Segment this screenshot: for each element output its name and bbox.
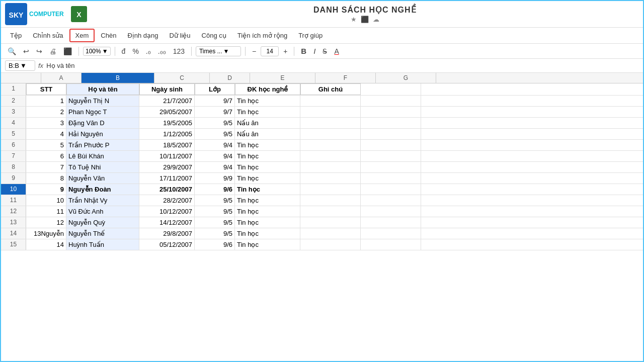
undo-btn[interactable]: ↩ [21,46,32,57]
cell-ghi-chu-12[interactable] [300,206,361,217]
cell-ho-ten-4[interactable]: Đặng Văn D [66,118,139,128]
cell-dk-5[interactable]: Nấu ăn [235,129,300,139]
font-selector[interactable]: Times ... ▼ [196,46,241,56]
menu-tep[interactable]: Tệp [5,30,27,41]
cell-ghi-chu-4[interactable] [300,118,361,128]
header-dk-hoc-nghe[interactable]: ĐK học nghề [235,83,300,95]
cell-ghi-chu-7[interactable] [300,151,361,161]
menu-chen[interactable]: Chèn [96,30,121,41]
cell-ngay-sinh-6[interactable]: 18/5/2007 [139,140,195,150]
redo-btn[interactable]: ↪ [34,46,45,57]
menu-tro-giup[interactable]: Trợ giúp [293,30,328,41]
cell-ho-ten-10[interactable]: Nguyễn Đoàn [66,184,139,195]
print-btn[interactable]: 🖨 [47,46,59,57]
menu-chinh-sua[interactable]: Chỉnh sửa [28,30,68,41]
cell-dk-6[interactable]: Tin học [235,140,300,150]
menu-dinh-dang[interactable]: Định dạng [122,30,163,41]
cell-ngay-sinh-10[interactable]: 25/10/2007 [139,184,195,195]
cell-ho-ten-14[interactable]: Nguyễn Thế [66,228,139,239]
cell-ghi-chu-5[interactable] [300,129,361,139]
format-123-btn[interactable]: 123 [171,46,187,57]
cell-dk-11[interactable]: Tin học [235,195,300,206]
strikethrough-btn[interactable]: S̶ [320,46,330,57]
cell-stt-12[interactable]: 11 [26,206,66,217]
col-header-a[interactable]: A [41,73,82,83]
cell-lop-4[interactable]: 9/5 [195,118,235,128]
font-dropdown-icon[interactable]: ▼ [223,48,229,55]
col-header-d[interactable]: D [210,73,250,83]
cell-ghi-chu-15[interactable] [300,239,361,250]
col-header-e[interactable]: E [250,73,315,83]
formula-input[interactable] [46,62,639,69]
cell-ghi-chu-10[interactable] [300,184,361,195]
decimal-less-btn[interactable]: .₀ [143,46,153,57]
cell-ho-ten-5[interactable]: Hải Nguyên [66,129,139,139]
cell-ho-ten-3[interactable]: Phan Ngọc T [66,107,139,117]
cell-ghi-chu-9[interactable] [300,173,361,184]
cell-ho-ten-7[interactable]: Lê Bùi Khán [66,151,139,161]
cell-stt-3[interactable]: 2 [26,107,66,117]
paint-format-btn[interactable]: ⬛ [61,46,74,57]
cloud-icon[interactable]: ☁ [373,16,379,23]
cell-ghi-chu-14[interactable] [300,228,361,239]
menu-cong-cu[interactable]: Công cụ [197,30,231,41]
cell-ghi-chu-8[interactable] [300,162,361,172]
cell-dk-2[interactable]: Tin học [235,96,300,106]
cell-lop-11[interactable]: 9/5 [195,195,235,206]
cell-stt-15[interactable]: 14 [26,239,66,250]
cell-ngay-sinh-14[interactable]: 29/8/2007 [139,228,195,239]
font-size-plus-btn[interactable]: + [281,46,290,57]
cell-lop-9[interactable]: 9/9 [195,173,235,184]
cell-dk-10[interactable]: Tin học [235,184,300,195]
search-btn[interactable]: 🔍 [5,46,19,57]
cell-ngay-sinh-3[interactable]: 29/05/2007 [139,107,195,117]
font-size-minus-btn[interactable]: − [250,46,259,57]
percent-btn[interactable]: % [130,46,141,57]
cell-ho-ten-8[interactable]: Tô Tuệ Nhi [66,162,139,172]
cell-ghi-chu-3[interactable] [300,107,361,117]
cell-ngay-sinh-11[interactable]: 28/2/2007 [139,195,195,206]
cell-dk-7[interactable]: Tin học [235,151,300,161]
cell-dk-9[interactable]: Tin học [235,173,300,184]
cell-stt-2[interactable]: 1 [26,96,66,106]
cell-ghi-chu-13[interactable] [300,217,361,228]
cell-reference[interactable]: B:B ▼ [5,60,35,71]
cell-dk-15[interactable]: Tin học [235,239,300,250]
italic-btn[interactable]: I [311,45,318,57]
cell-ngay-sinh-8[interactable]: 29/9/2007 [139,162,195,172]
cell-ho-ten-9[interactable]: Nguyễn Văn [66,173,139,184]
cell-ngay-sinh-13[interactable]: 14/12/2007 [139,217,195,228]
header-stt[interactable]: STT [26,83,66,95]
cell-ngay-sinh-5[interactable]: 1/12/2005 [139,129,195,139]
star-icon[interactable]: ★ [351,16,357,23]
cell-ho-ten-13[interactable]: Nguyễn Quỳ [66,217,139,228]
cell-ho-ten-15[interactable]: Huỳnh Tuấn [66,239,139,250]
cell-stt-10[interactable]: 9 [26,184,66,195]
cell-lop-2[interactable]: 9/7 [195,96,235,106]
cell-lop-12[interactable]: 9/5 [195,206,235,217]
cell-ho-ten-11[interactable]: Trần Nhật Vy [66,195,139,206]
cell-stt-9[interactable]: 8 [26,173,66,184]
cell-lop-13[interactable]: 9/5 [195,217,235,228]
col-header-g[interactable]: G [376,73,436,83]
cell-ngay-sinh-9[interactable]: 17/11/2007 [139,173,195,184]
cell-lop-5[interactable]: 9/5 [195,129,235,139]
cell-dk-4[interactable]: Nấu ăn [235,118,300,128]
cell-lop-14[interactable]: 9/5 [195,228,235,239]
cell-dk-8[interactable]: Tin học [235,162,300,172]
cell-dk-3[interactable]: Tin học [235,107,300,117]
header-ghi-chu[interactable]: Ghi chú [300,83,361,95]
cell-ho-ten-12[interactable]: Vũ Đức Anh [66,206,139,217]
menu-du-lieu[interactable]: Dữ liệu [165,30,196,41]
cell-lop-6[interactable]: 9/4 [195,140,235,150]
col-header-c[interactable]: C [154,73,210,83]
currency-btn[interactable]: đ [119,46,128,57]
cell-stt-6[interactable]: 5 [26,140,66,150]
cell-stt-4[interactable]: 3 [26,118,66,128]
cell-ngay-sinh-15[interactable]: 05/12/2007 [139,239,195,250]
text-color-btn[interactable]: A [332,46,341,57]
cell-lop-3[interactable]: 9/7 [195,107,235,117]
cell-ref-dropdown[interactable]: ▼ [20,62,27,69]
font-size-box[interactable]: 14 [261,46,279,56]
bold-btn[interactable]: B [298,45,309,57]
